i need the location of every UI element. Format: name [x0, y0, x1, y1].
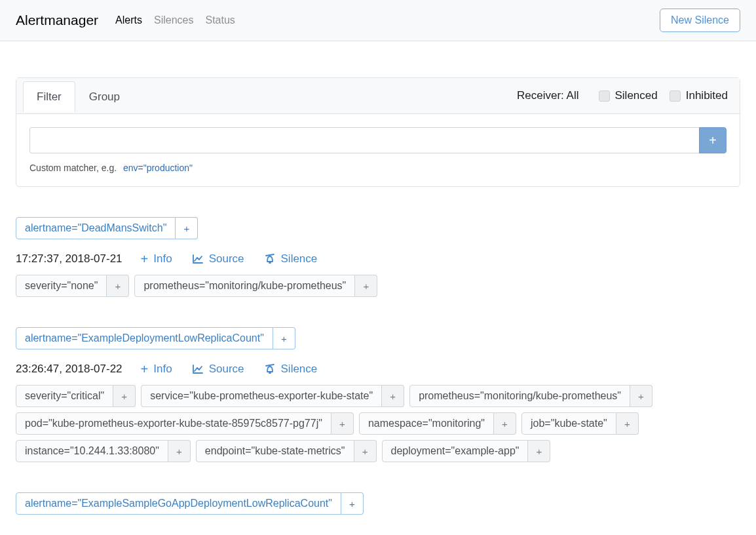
info-label: Info	[153, 363, 172, 376]
alertname-tag-text: alertname="ExampleSampleGoAppDeploymentL…	[16, 492, 341, 515]
plus-icon: +	[339, 418, 345, 429]
nav-silences[interactable]: Silences	[154, 14, 193, 26]
plus-icon: +	[349, 498, 355, 509]
silence-label: Silence	[281, 252, 318, 266]
matcher-hint-text: Custom matcher, e.g.	[29, 163, 117, 173]
new-silence-button[interactable]: New Silence	[660, 9, 740, 32]
alert-group: alertname="ExampleDeploymentLowReplicaCo…	[16, 327, 740, 462]
label-tag-text: job="kube-state"	[521, 412, 616, 435]
chart-icon	[192, 254, 204, 264]
label-row: severity="none"+prometheus="monitoring/k…	[16, 275, 740, 297]
label-tag[interactable]: job="kube-state"+	[521, 412, 639, 435]
bell-off-icon	[264, 363, 276, 375]
tab-filter[interactable]: Filter	[23, 81, 75, 112]
nav-alerts[interactable]: Alerts	[115, 14, 142, 26]
label-tag[interactable]: prometheus="monitoring/kube-prometheus"+	[134, 275, 377, 297]
silence-button[interactable]: Silence	[264, 363, 318, 376]
source-label: Source	[209, 252, 244, 266]
info-button[interactable]: +Info	[141, 252, 172, 266]
alert-meta: 23:26:47, 2018-07-22+InfoSourceSilence	[16, 363, 740, 376]
matcher-hint-example[interactable]: env="production"	[123, 163, 193, 173]
add-matcher-button[interactable]: +	[699, 127, 727, 153]
source-button[interactable]: Source	[192, 252, 244, 266]
add-filter-button[interactable]: +	[528, 440, 550, 462]
add-filter-button[interactable]: +	[168, 440, 191, 462]
plus-icon: +	[121, 391, 127, 402]
matcher-hint: Custom matcher, e.g. env="production"	[29, 163, 727, 173]
label-tag-text: deployment="example-app"	[382, 440, 529, 462]
alert-group: alertname="ExampleSampleGoAppDeploymentL…	[16, 492, 740, 515]
checkbox-icon	[670, 90, 681, 102]
add-filter-button[interactable]: +	[273, 327, 295, 349]
plus-icon: +	[183, 223, 189, 234]
add-filter-button[interactable]: +	[355, 275, 377, 297]
label-tag-text: endpoint="kube-state-metrics"	[196, 440, 354, 462]
label-tag[interactable]: deployment="example-app"+	[382, 440, 551, 462]
plus-icon: +	[115, 281, 121, 292]
label-tag[interactable]: prometheus="monitoring/kube-prometheus"+	[409, 385, 652, 407]
alert-meta: 17:27:37, 2018-07-21+InfoSourceSilence	[16, 252, 740, 266]
checkbox-icon	[599, 90, 610, 102]
add-filter-button[interactable]: +	[354, 440, 377, 462]
source-label: Source	[209, 363, 244, 376]
add-filter-button[interactable]: +	[331, 412, 354, 435]
plus-icon: +	[390, 391, 396, 402]
alertname-tag[interactable]: alertname="DeadMansSwitch"+	[16, 217, 198, 239]
plus-icon: +	[638, 391, 644, 402]
filter-card: Filter Group Receiver: All Silenced Inhi…	[16, 77, 740, 187]
alertname-tag-text: alertname="ExampleDeploymentLowReplicaCo…	[16, 327, 273, 349]
plus-icon: +	[502, 418, 508, 429]
add-filter-button[interactable]: +	[494, 412, 516, 435]
plus-icon: +	[141, 252, 149, 266]
add-filter-button[interactable]: +	[341, 492, 364, 515]
receiver-label[interactable]: Receiver: All	[517, 89, 578, 102]
nav-status[interactable]: Status	[205, 14, 235, 26]
chart-icon	[192, 364, 204, 374]
silence-button[interactable]: Silence	[264, 252, 318, 266]
plus-icon: +	[709, 133, 717, 148]
plus-icon: +	[176, 446, 182, 457]
plus-icon: +	[141, 363, 149, 376]
label-tag-text: prometheus="monitoring/kube-prometheus"	[409, 385, 630, 407]
label-tag-text: service="kube-prometheus-exporter-kube-s…	[141, 385, 382, 407]
label-tag-text: severity="critical"	[16, 385, 113, 407]
add-filter-button[interactable]: +	[382, 385, 404, 407]
label-row: severity="critical"+service="kube-promet…	[16, 385, 740, 462]
bell-off-icon	[264, 253, 276, 265]
label-tag[interactable]: severity="critical"+	[16, 385, 136, 407]
label-tag[interactable]: namespace="monitoring"+	[359, 412, 516, 435]
label-tag[interactable]: endpoint="kube-state-metrics"+	[196, 440, 377, 462]
label-tag-text: severity="none"	[16, 275, 107, 297]
label-tag-text: instance="10.244.1.33:8080"	[16, 440, 168, 462]
silenced-label: Silenced	[615, 89, 658, 102]
tab-group[interactable]: Group	[75, 81, 134, 112]
label-tag[interactable]: instance="10.244.1.33:8080"+	[16, 440, 191, 462]
alert-timestamp: 17:27:37, 2018-07-21	[16, 252, 123, 266]
plus-icon: +	[281, 333, 287, 344]
label-tag[interactable]: severity="none"+	[16, 275, 129, 297]
silenced-checkbox[interactable]: Silenced	[599, 89, 658, 102]
label-tag-text: namespace="monitoring"	[359, 412, 494, 435]
alert-timestamp: 23:26:47, 2018-07-22	[16, 363, 123, 376]
alertname-tag[interactable]: alertname="ExampleSampleGoAppDeploymentL…	[16, 492, 364, 515]
plus-icon: +	[537, 446, 542, 457]
label-tag[interactable]: service="kube-prometheus-exporter-kube-s…	[141, 385, 404, 407]
alert-group: alertname="DeadMansSwitch"+17:27:37, 201…	[16, 217, 740, 297]
plus-icon: +	[363, 281, 369, 292]
label-tag-text: pod="kube-prometheus-exporter-kube-state…	[16, 412, 331, 435]
navbar: Alertmanager Alerts Silences Status New …	[0, 0, 756, 41]
silence-label: Silence	[281, 363, 318, 376]
info-button[interactable]: +Info	[141, 363, 172, 376]
source-button[interactable]: Source	[192, 363, 244, 376]
brand[interactable]: Alertmanager	[16, 12, 98, 28]
plus-icon: +	[362, 446, 368, 457]
add-filter-button[interactable]: +	[107, 275, 129, 297]
add-filter-button[interactable]: +	[616, 412, 639, 435]
inhibited-checkbox[interactable]: Inhibited	[670, 89, 728, 102]
add-filter-button[interactable]: +	[176, 217, 198, 239]
matcher-input[interactable]	[29, 127, 699, 153]
label-tag[interactable]: pod="kube-prometheus-exporter-kube-state…	[16, 412, 354, 435]
alertname-tag[interactable]: alertname="ExampleDeploymentLowReplicaCo…	[16, 327, 295, 349]
add-filter-button[interactable]: +	[630, 385, 652, 407]
add-filter-button[interactable]: +	[113, 385, 136, 407]
